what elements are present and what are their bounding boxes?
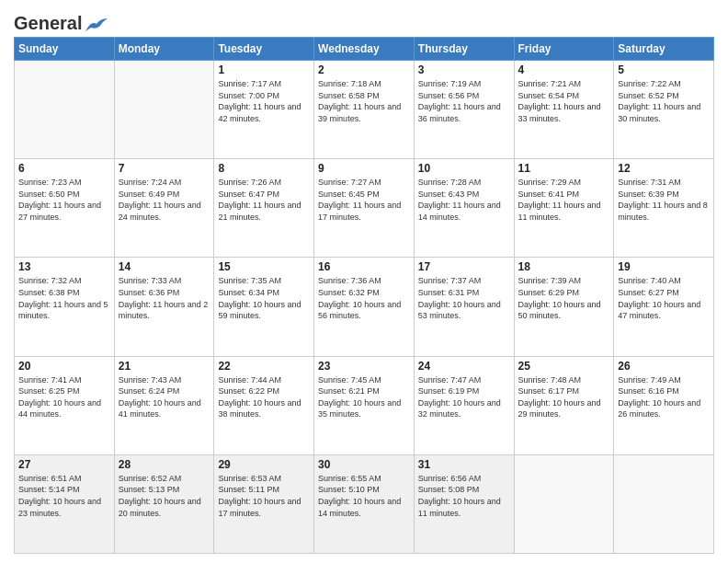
day-number: 24 (418, 360, 510, 373)
logo-bird-icon (84, 17, 108, 33)
calendar-header-sunday: Sunday (15, 38, 115, 61)
calendar-cell: 15Sunrise: 7:35 AMSunset: 6:34 PMDayligh… (214, 258, 314, 356)
day-number: 10 (418, 162, 510, 175)
calendar-cell: 27Sunrise: 6:51 AMSunset: 5:14 PMDayligh… (15, 454, 115, 553)
day-number: 14 (119, 260, 210, 273)
day-number: 19 (618, 260, 710, 273)
calendar-cell: 29Sunrise: 6:53 AMSunset: 5:11 PMDayligh… (214, 454, 314, 553)
day-number: 30 (318, 458, 410, 471)
week-row-1: 1Sunrise: 7:17 AMSunset: 7:00 PMDaylight… (15, 61, 714, 159)
calendar-cell: 25Sunrise: 7:48 AMSunset: 6:17 PMDayligh… (514, 356, 614, 454)
day-number: 18 (518, 260, 610, 273)
calendar-cell: 24Sunrise: 7:47 AMSunset: 6:19 PMDayligh… (414, 356, 514, 454)
day-info: Sunrise: 7:22 AMSunset: 6:52 PMDaylight:… (618, 78, 710, 124)
calendar-cell: 3Sunrise: 7:19 AMSunset: 6:56 PMDaylight… (414, 61, 514, 159)
day-info: Sunrise: 7:23 AMSunset: 6:50 PMDaylight:… (18, 177, 110, 223)
day-number: 12 (618, 162, 710, 175)
day-info: Sunrise: 7:35 AMSunset: 6:34 PMDaylight:… (218, 275, 310, 321)
calendar-cell: 4Sunrise: 7:21 AMSunset: 6:54 PMDaylight… (514, 61, 614, 159)
day-number: 7 (119, 162, 210, 175)
day-number: 5 (618, 63, 710, 76)
day-info: Sunrise: 7:39 AMSunset: 6:29 PMDaylight:… (518, 275, 610, 321)
day-info: Sunrise: 7:32 AMSunset: 6:38 PMDaylight:… (18, 275, 110, 321)
day-info: Sunrise: 6:51 AMSunset: 5:14 PMDaylight:… (18, 473, 110, 519)
calendar-header-monday: Monday (114, 38, 214, 61)
day-info: Sunrise: 7:21 AMSunset: 6:54 PMDaylight:… (518, 78, 610, 124)
day-info: Sunrise: 7:49 AMSunset: 6:16 PMDaylight:… (618, 374, 710, 420)
day-info: Sunrise: 7:45 AMSunset: 6:21 PMDaylight:… (318, 374, 410, 420)
calendar-cell: 28Sunrise: 6:52 AMSunset: 5:13 PMDayligh… (114, 454, 214, 553)
day-info: Sunrise: 7:29 AMSunset: 6:41 PMDaylight:… (518, 177, 610, 223)
calendar-cell: 18Sunrise: 7:39 AMSunset: 6:29 PMDayligh… (514, 258, 614, 356)
week-row-4: 20Sunrise: 7:41 AMSunset: 6:25 PMDayligh… (15, 356, 714, 454)
day-number: 2 (318, 63, 410, 76)
day-info: Sunrise: 7:28 AMSunset: 6:43 PMDaylight:… (418, 177, 510, 223)
calendar-cell: 1Sunrise: 7:17 AMSunset: 7:00 PMDaylight… (214, 61, 314, 159)
day-number: 21 (119, 360, 210, 373)
calendar-cell (114, 61, 214, 159)
day-info: Sunrise: 7:36 AMSunset: 6:32 PMDaylight:… (318, 275, 410, 321)
day-number: 29 (218, 458, 310, 471)
day-info: Sunrise: 7:43 AMSunset: 6:24 PMDaylight:… (119, 374, 210, 420)
calendar-cell (514, 454, 614, 553)
calendar-cell: 10Sunrise: 7:28 AMSunset: 6:43 PMDayligh… (414, 159, 514, 258)
calendar-cell: 21Sunrise: 7:43 AMSunset: 6:24 PMDayligh… (114, 356, 214, 454)
header: General (14, 9, 714, 29)
day-info: Sunrise: 6:53 AMSunset: 5:11 PMDaylight:… (218, 473, 310, 519)
calendar-cell (614, 454, 714, 553)
day-info: Sunrise: 7:31 AMSunset: 6:39 PMDaylight:… (618, 177, 710, 223)
day-number: 9 (318, 162, 410, 175)
day-number: 22 (218, 360, 310, 373)
calendar-cell: 2Sunrise: 7:18 AMSunset: 6:58 PMDaylight… (314, 61, 415, 159)
calendar-cell: 8Sunrise: 7:26 AMSunset: 6:47 PMDaylight… (214, 159, 314, 258)
day-info: Sunrise: 6:52 AMSunset: 5:13 PMDaylight:… (119, 473, 210, 519)
calendar-cell: 14Sunrise: 7:33 AMSunset: 6:36 PMDayligh… (114, 258, 214, 356)
day-number: 31 (418, 458, 510, 471)
day-number: 11 (518, 162, 610, 175)
calendar-header-row: SundayMondayTuesdayWednesdayThursdayFrid… (15, 38, 714, 61)
day-info: Sunrise: 7:26 AMSunset: 6:47 PMDaylight:… (218, 177, 310, 223)
week-row-3: 13Sunrise: 7:32 AMSunset: 6:38 PMDayligh… (15, 258, 714, 356)
calendar-header-wednesday: Wednesday (314, 38, 415, 61)
day-info: Sunrise: 7:17 AMSunset: 7:00 PMDaylight:… (218, 78, 310, 124)
calendar-cell: 13Sunrise: 7:32 AMSunset: 6:38 PMDayligh… (15, 258, 115, 356)
week-row-5: 27Sunrise: 6:51 AMSunset: 5:14 PMDayligh… (15, 454, 714, 553)
calendar-cell: 12Sunrise: 7:31 AMSunset: 6:39 PMDayligh… (614, 159, 714, 258)
day-number: 4 (518, 63, 610, 76)
calendar-cell: 11Sunrise: 7:29 AMSunset: 6:41 PMDayligh… (514, 159, 614, 258)
logo: General (14, 13, 108, 29)
day-info: Sunrise: 7:33 AMSunset: 6:36 PMDaylight:… (119, 275, 210, 321)
calendar-cell: 16Sunrise: 7:36 AMSunset: 6:32 PMDayligh… (314, 258, 415, 356)
day-number: 26 (618, 360, 710, 373)
calendar-cell: 6Sunrise: 7:23 AMSunset: 6:50 PMDaylight… (15, 159, 115, 258)
calendar-table: SundayMondayTuesdayWednesdayThursdayFrid… (14, 37, 714, 554)
calendar-cell (15, 61, 115, 159)
calendar-cell: 7Sunrise: 7:24 AMSunset: 6:49 PMDaylight… (114, 159, 214, 258)
day-info: Sunrise: 7:48 AMSunset: 6:17 PMDaylight:… (518, 374, 610, 420)
day-number: 28 (119, 458, 210, 471)
calendar-header-thursday: Thursday (414, 38, 514, 61)
day-number: 6 (18, 162, 110, 175)
day-info: Sunrise: 6:56 AMSunset: 5:08 PMDaylight:… (418, 473, 510, 519)
day-number: 15 (218, 260, 310, 273)
day-number: 3 (418, 63, 510, 76)
calendar-cell: 19Sunrise: 7:40 AMSunset: 6:27 PMDayligh… (614, 258, 714, 356)
day-number: 25 (518, 360, 610, 373)
day-info: Sunrise: 7:44 AMSunset: 6:22 PMDaylight:… (218, 374, 310, 420)
week-row-2: 6Sunrise: 7:23 AMSunset: 6:50 PMDaylight… (15, 159, 714, 258)
calendar-header-saturday: Saturday (614, 38, 714, 61)
day-info: Sunrise: 7:40 AMSunset: 6:27 PMDaylight:… (618, 275, 710, 321)
calendar-cell: 9Sunrise: 7:27 AMSunset: 6:45 PMDaylight… (314, 159, 415, 258)
day-number: 8 (218, 162, 310, 175)
calendar-cell: 31Sunrise: 6:56 AMSunset: 5:08 PMDayligh… (414, 454, 514, 553)
day-info: Sunrise: 7:37 AMSunset: 6:31 PMDaylight:… (418, 275, 510, 321)
day-info: Sunrise: 7:27 AMSunset: 6:45 PMDaylight:… (318, 177, 410, 223)
day-info: Sunrise: 7:41 AMSunset: 6:25 PMDaylight:… (18, 374, 110, 420)
day-number: 20 (18, 360, 110, 373)
day-number: 16 (318, 260, 410, 273)
calendar-cell: 20Sunrise: 7:41 AMSunset: 6:25 PMDayligh… (15, 356, 115, 454)
calendar-header-tuesday: Tuesday (214, 38, 314, 61)
calendar-cell: 30Sunrise: 6:55 AMSunset: 5:10 PMDayligh… (314, 454, 415, 553)
day-number: 13 (18, 260, 110, 273)
page: General SundayMondayTuesdayWednesdayThur… (0, 0, 728, 563)
